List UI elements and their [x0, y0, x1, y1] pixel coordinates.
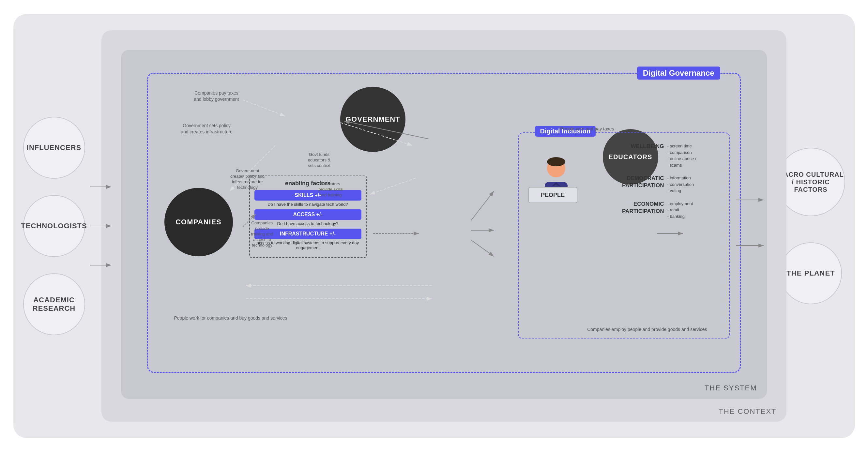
left-circles: INFLUENCERS TECHNOLOGISTS ACADEMIC RESEA…: [23, 117, 85, 335]
wellbeing-items: - screen time- comparison- online abuse …: [668, 143, 696, 168]
context-box: THE CONTEXT THE SYSTEM Digital Governanc…: [101, 30, 786, 422]
system-box: THE SYSTEM Digital Governance GOVERNMENT…: [121, 50, 767, 399]
svg-line-11: [370, 178, 415, 194]
digital-inclusion-box: Digital Inclusion: [518, 132, 730, 339]
svg-line-14: [471, 191, 494, 221]
annotation-govt-policy-tech: Government creates policy and infrastruc…: [220, 168, 275, 190]
democratic-items: - information- conversation- voting: [668, 175, 694, 194]
democratic-row: DEMOCRATICPARTICIPATION - information- c…: [609, 175, 723, 194]
annotation-people-work: People work for companies and buy goods …: [174, 315, 337, 321]
economic-label: ECONOMICPARTICIPATION: [609, 200, 668, 215]
context-label: THE CONTEXT: [719, 407, 776, 416]
main-container: INFLUENCERS TECHNOLOGISTS ACADEMIC RESEA…: [13, 14, 855, 438]
svg-line-16: [471, 240, 494, 256]
access-button: ACCESS +/-: [254, 209, 362, 220]
academic-research-node: ACADEMIC RESEARCH: [23, 273, 85, 335]
annotation-govt-funds: Govt funds educators & sets context: [295, 152, 344, 169]
annotation-companies-employ: Companies employ people and provide good…: [560, 326, 707, 333]
influencers-node: INFLUENCERS: [23, 117, 85, 179]
people-box: PEOPLE: [528, 187, 577, 203]
right-arrows-svg: [734, 161, 767, 291]
skills-desc: Do I have the skills to navigate tech wo…: [254, 202, 362, 207]
right-circles: MACRO CULTURAL / HISTORIC FACTORS THE PL…: [777, 148, 845, 304]
annotation-govt-sets: Government sets policy and creates infra…: [174, 123, 240, 135]
annotation-educators-provide: Educators provide skills and training: [308, 181, 353, 198]
economic-row: ECONOMICPARTICIPATION - employment- reta…: [609, 200, 723, 220]
wellbeing-row: WELLBEING - screen time- comparison- onl…: [609, 143, 723, 168]
economic-items: - employment- retail- banking: [668, 200, 693, 220]
annotation-companies-provide: Companies provide training and access to…: [240, 221, 285, 248]
system-label: THE SYSTEM: [705, 384, 757, 392]
svg-point-1: [547, 157, 565, 166]
digital-governance-box: Digital Governance GOVERNMENT EDUCATORS …: [147, 73, 741, 373]
annotation-companies-pay: Companies pay taxes and lobby government: [184, 90, 249, 102]
annotation-people-vote: People vote and pay taxes: [560, 126, 632, 132]
democratic-label: DEMOCRATICPARTICIPATION: [609, 175, 668, 189]
planet-node: THE PLANET: [780, 242, 842, 304]
outcomes-section: WELLBEING - screen time- comparison- onl…: [609, 143, 723, 220]
wellbeing-label: WELLBEING: [609, 143, 668, 150]
technologists-node: TECHNOLOGISTS: [23, 195, 85, 257]
left-arrows-svg: [88, 161, 115, 291]
companies-circle: COMPANIES: [164, 188, 233, 256]
government-circle: GOVERNMENT: [340, 87, 405, 152]
macro-factors-node: MACRO CULTURAL / HISTORIC FACTORS: [777, 148, 845, 216]
digital-governance-label: Digital Governance: [637, 67, 720, 79]
